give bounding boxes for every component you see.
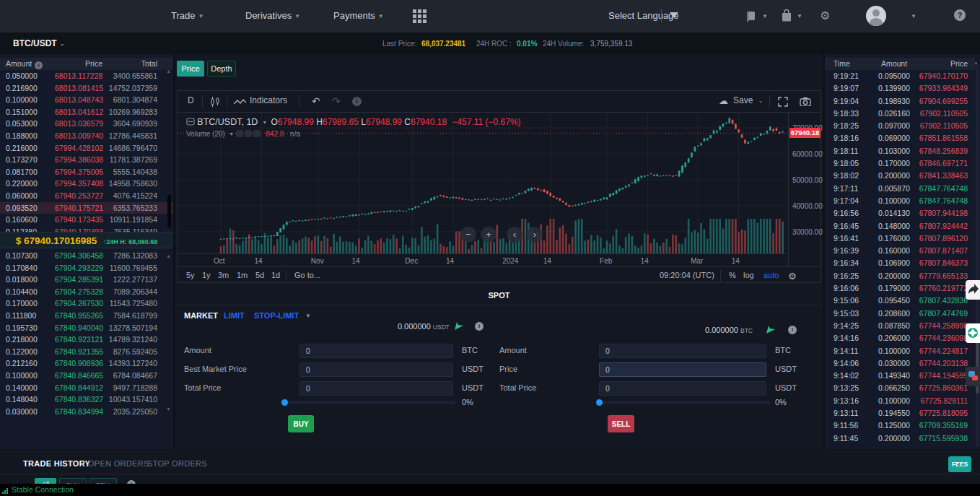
trade-row[interactable]: 9:18:11 0.103000 67848.256839	[825, 145, 975, 157]
range-5d[interactable]: 5d	[255, 271, 264, 279]
buy-total-input[interactable]	[299, 381, 453, 396]
trade-row[interactable]: 9:16:25 0.200000 67779.655133	[825, 270, 975, 282]
trade-row[interactable]: 9:14:06 0.030000 67744.203138	[825, 357, 975, 370]
order-type-caret-icon[interactable]: ▼	[305, 313, 311, 319]
trade-row[interactable]: 9:15:03 0.208600 67807.474769	[825, 308, 975, 320]
trade-row[interactable]: 9:16:34 0.106900 67807.846373	[825, 257, 975, 269]
scroll-down-icon[interactable]: ▼	[166, 406, 171, 412]
language-dropdown-icon[interactable]	[670, 12, 678, 18]
candle-style-icon[interactable]	[209, 97, 221, 107]
trade-row[interactable]: 9:16:56 0.014130 67807.944198	[825, 207, 975, 219]
range-1m[interactable]: 1m	[237, 271, 248, 279]
chevron-down-icon[interactable]: ▾	[263, 119, 266, 126]
settings-gear-icon[interactable]: ⚙	[820, 9, 830, 22]
camera-icon[interactable]	[800, 97, 811, 106]
bid-row[interactable]: 0.030000 67840.834994 2035.225050	[0, 406, 173, 418]
ask-row[interactable]: 0.173270 67994.386038 11781.387269	[0, 154, 173, 166]
bid-row[interactable]: 0.100000 67840.846665 6784.084667	[0, 370, 173, 382]
scroll-up-icon[interactable]: ▲	[166, 253, 171, 258]
indicators-button[interactable]: Indicators	[250, 95, 287, 105]
sell-total-input[interactable]	[599, 381, 766, 396]
trade-row[interactable]: 9:19:21 0.095000 67940.170170	[825, 70, 975, 82]
sell-amount-slider[interactable]	[597, 401, 771, 404]
auto-scale-button[interactable]: auto	[764, 271, 779, 279]
bid-row[interactable]: 0.218000 67840.923121 14789.321240	[0, 334, 173, 346]
tab-market[interactable]: MARKET	[184, 311, 218, 320]
scrollbar-thumb[interactable]	[167, 195, 171, 227]
trade-row[interactable]: 9:14:11 0.100000 67744.224817	[825, 345, 975, 357]
ask-row[interactable]: 0.220000 67994.357408 14958.758630	[0, 178, 173, 190]
bid-row[interactable]: 0.195730 67840.940040 13278.507194	[0, 322, 173, 334]
select-language[interactable]: Select Language	[608, 10, 679, 21]
redo-icon[interactable]: ↷	[332, 95, 341, 107]
trade-row[interactable]: 9:14:16 0.206000 67744.236098	[825, 332, 975, 344]
chart-legend[interactable]: BTC/USDT, 1D ▾ O67948.99 H67989.65 L6794…	[186, 117, 521, 127]
trade-row[interactable]: 9:16:41 0.176000 67807.896120	[825, 232, 975, 245]
trade-row[interactable]: 9:18:02 0.200000 67841.338463	[825, 170, 975, 182]
info-icon[interactable]: i	[35, 61, 43, 69]
trade-row[interactable]: 9:18:25 0.097000 67902.110505	[825, 120, 975, 132]
bid-row[interactable]: 0.148040 67840.836327 10043.157410	[0, 393, 173, 406]
last-price-bar[interactable]: $ 67940.17016985 ↑24H H: 68,060.68	[0, 232, 173, 248]
tab-depth[interactable]: Depth	[207, 61, 236, 77]
undo-icon[interactable]: ↶	[312, 95, 320, 107]
pair-selector[interactable]: BTC/USDT⌄	[13, 38, 64, 48]
help-icon[interactable]: ?	[954, 9, 966, 21]
trade-row[interactable]: 9:18:16 0.069000 67851.861558	[825, 132, 975, 144]
range-1d[interactable]: 1d	[271, 271, 280, 279]
close-icon[interactable]	[253, 130, 261, 137]
bid-row[interactable]: 0.170000 67904.267530 11543.725480	[0, 297, 173, 310]
buy-amount-slider[interactable]	[282, 401, 455, 404]
fees-button[interactable]: FEES	[948, 456, 971, 472]
tab-trade-history[interactable]: TRADE HISTORY	[23, 459, 90, 468]
scroll-right-button[interactable]: ›	[527, 227, 543, 243]
trade-row[interactable]: 9:16:39 0.160000 67807.871407	[825, 245, 975, 257]
bid-row[interactable]: 0.170840 67904.293229 11600.769455	[0, 262, 173, 274]
max-balance-icon[interactable]	[766, 326, 776, 334]
nav-payments[interactable]: Payments▼	[333, 10, 384, 21]
ask-row[interactable]: 0.100000 68013.048743 6801.304874	[0, 94, 173, 106]
scroll-left-button[interactable]: ‹	[507, 227, 522, 243]
trade-row[interactable]: 9:17:04 0.100000 67847.764748	[825, 195, 975, 207]
ask-row[interactable]: 0.151000 68013.041612 10269.969283	[0, 106, 173, 118]
ask-row[interactable]: 0.188000 68013.009740 12786.445831	[0, 130, 173, 142]
buy-amount-input[interactable]	[299, 344, 453, 358]
buy-price-input[interactable]	[299, 362, 453, 377]
chart-info-icon[interactable]: i	[352, 97, 362, 106]
trade-row[interactable]: 9:14:02 0.149340 67744.194599	[825, 370, 975, 382]
tab-limit[interactable]: LIMIT	[224, 311, 245, 320]
trade-row[interactable]: 9:19:07 0.139900 67933.984349	[825, 82, 975, 95]
ask-row[interactable]: 0.050000 68013.117228 3400.655861	[0, 70, 173, 82]
time-axis[interactable]: Oct14Nov14Dec14202414Feb14Mar14	[178, 253, 788, 266]
ask-row[interactable]: 0.160600 67940.173435 10911.191854	[0, 214, 173, 226]
trade-row[interactable]: 9:13:25 0.066250 67725.860361	[825, 382, 975, 394]
trade-row[interactable]: 9:14:25 0.087850 67744.258998	[825, 320, 975, 332]
orders-book-icon[interactable]	[745, 10, 758, 22]
settings-icon[interactable]	[245, 130, 252, 137]
sell-price-input[interactable]	[599, 362, 766, 377]
price-axis[interactable]: 70000.0060000.0050000.0040000.0030000.00…	[788, 113, 821, 266]
extension-assistant-button[interactable]	[966, 323, 980, 343]
bid-row[interactable]: 0.140000 67840.844912 9497.718288	[0, 382, 173, 394]
trade-row[interactable]: 9:13:11 0.194550 67725.818095	[825, 407, 975, 419]
volume-legend[interactable]: Volume (20) ▾ 842.8 n/a	[186, 130, 300, 138]
log-scale-button[interactable]: log	[743, 271, 754, 279]
bid-row[interactable]: 0.212160 67840.908936 14393.127240	[0, 357, 173, 370]
bid-row[interactable]: 0.018000 67904.285391 1222.277137	[0, 274, 173, 286]
tab-price[interactable]: Price	[177, 61, 204, 77]
ask-row[interactable]: 0.060000 67940.253727 4076.415224	[0, 190, 173, 202]
bid-row[interactable]: 0.104400 67904.275328 7089.206344	[0, 286, 173, 298]
wallet-bag-icon[interactable]	[781, 9, 792, 22]
bid-row[interactable]: 0.122000 67840.921355 8276.592405	[0, 346, 173, 358]
trade-row[interactable]: 9:17:11 0.005870 67847.764748	[825, 183, 975, 195]
apps-grid-icon[interactable]	[413, 9, 429, 23]
percent-scale-button[interactable]: %	[729, 271, 736, 279]
tab-open-orders[interactable]: OPEN ORDERS	[88, 459, 149, 468]
tab-stop-orders[interactable]: STOP ORDERS	[147, 459, 207, 468]
trade-row[interactable]: 9:11:45 0.200000 67715.595938	[825, 432, 975, 445]
trade-row[interactable]: 9:18:33 0.026160 67902.110505	[825, 108, 975, 120]
save-button[interactable]: Save ⌄	[733, 95, 763, 105]
ask-row[interactable]: 0.081700 67994.375005 5555.140438	[0, 166, 173, 178]
goto-button[interactable]: Go to...	[294, 271, 320, 279]
nav-derivatives[interactable]: Derivatives▼	[245, 10, 300, 21]
